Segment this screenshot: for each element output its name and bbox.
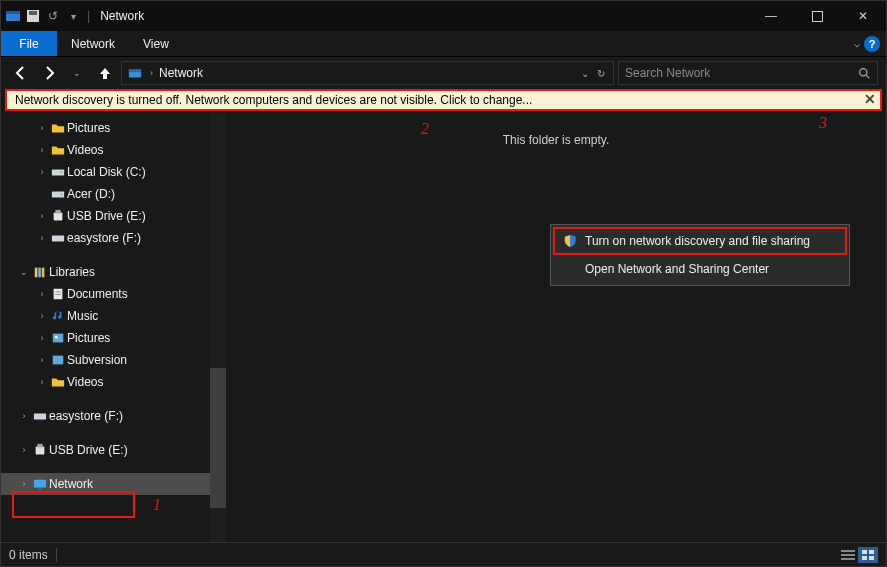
tree-label: easystore (F:) [67, 231, 141, 245]
qat-save-icon[interactable] [25, 8, 41, 24]
chevron-right-icon[interactable]: › [35, 355, 49, 365]
tree-item-lib-videos[interactable]: › Videos [1, 371, 226, 393]
search-placeholder: Search Network [625, 66, 858, 80]
view-details-icon[interactable] [838, 547, 858, 563]
ctx-item-open-network-center[interactable]: Open Network and Sharing Center [553, 255, 847, 283]
pictures-icon [49, 353, 67, 367]
chevron-right-icon[interactable]: › [35, 311, 49, 321]
tree-label: USB Drive (E:) [49, 443, 128, 457]
ctx-item-turn-on-discovery[interactable]: Turn on network discovery and file shari… [553, 227, 847, 255]
address-dropdown-icon[interactable]: ⌄ [581, 68, 589, 79]
window-icon [5, 8, 21, 24]
info-bar-close-icon[interactable]: ✕ [864, 91, 876, 107]
tree-scrollbar[interactable] [210, 113, 226, 542]
chevron-right-icon[interactable]: › [35, 123, 49, 133]
tab-view[interactable]: View [129, 31, 183, 56]
svg-rect-25 [34, 413, 46, 419]
tree-item-local-disk-c[interactable]: › Local Disk (C:) [1, 161, 226, 183]
close-button[interactable]: ✕ [840, 1, 886, 31]
tree-item-easystore-f[interactable]: › easystore (F:) [1, 227, 226, 249]
chevron-right-icon[interactable]: › [35, 233, 49, 243]
tree-label: Libraries [49, 265, 95, 279]
svg-point-10 [61, 172, 63, 174]
chevron-right-icon[interactable]: › [35, 145, 49, 155]
tree-item-acer-d[interactable]: Acer (D:) [1, 183, 226, 205]
disk-icon [49, 231, 67, 245]
svg-rect-34 [869, 550, 874, 554]
chevron-right-icon[interactable]: › [35, 289, 49, 299]
content-pane: This folder is empty. [226, 113, 886, 542]
svg-rect-14 [55, 210, 60, 214]
tree-item-subversion[interactable]: › Subversion [1, 349, 226, 371]
tree-item-usb[interactable]: › USB Drive (E:) [1, 439, 226, 461]
ribbon-expand-icon[interactable]: ⌵ [854, 38, 860, 49]
chevron-right-icon[interactable]: › [17, 411, 31, 421]
chevron-right-icon[interactable]: › [35, 377, 49, 387]
annotation-1: 1 [153, 496, 161, 514]
tree-label: Pictures [67, 331, 110, 345]
tree-item-libraries[interactable]: ⌄ Libraries [1, 261, 226, 283]
chevron-right-icon[interactable]: › [35, 211, 49, 221]
tree-item-lib-pictures[interactable]: › Pictures [1, 327, 226, 349]
up-button[interactable] [93, 61, 117, 85]
recent-dropdown-icon[interactable]: ⌄ [65, 61, 89, 85]
qat-dropdown-icon[interactable]: ▾ [65, 8, 81, 24]
address-bar[interactable]: › Network ⌄ ↻ [121, 61, 614, 85]
chevron-right-icon[interactable]: › [35, 167, 49, 177]
folder-icon [49, 121, 67, 135]
titlebar: ↺ ▾ | Network — ✕ [1, 1, 886, 31]
tree-item-usb-e[interactable]: › USB Drive (E:) [1, 205, 226, 227]
svg-rect-26 [36, 447, 45, 455]
forward-button[interactable] [37, 61, 61, 85]
tree-label: Videos [67, 143, 103, 157]
chevron-right-icon[interactable]: › [17, 445, 31, 455]
tree-item-videos[interactable]: › Videos [1, 139, 226, 161]
svg-point-12 [61, 194, 63, 196]
qat-undo-icon[interactable]: ↺ [45, 8, 61, 24]
info-bar[interactable]: Network discovery is turned off. Network… [5, 89, 882, 111]
empty-folder-text: This folder is empty. [226, 113, 886, 147]
svg-rect-35 [862, 556, 867, 560]
status-bar: 0 items [1, 542, 886, 566]
svg-rect-17 [38, 268, 41, 278]
annotation-box-1 [12, 491, 135, 518]
explorer-window: ↺ ▾ | Network — ✕ File Network View ⌵ ? … [0, 0, 887, 567]
tree-item-documents[interactable]: › Documents [1, 283, 226, 305]
disk-icon [31, 409, 49, 423]
svg-rect-13 [54, 213, 63, 221]
usb-icon [49, 209, 67, 223]
scrollbar-thumb[interactable] [210, 368, 226, 508]
annotation-2: 2 [421, 120, 429, 138]
svg-rect-21 [55, 294, 60, 295]
chevron-right-icon[interactable]: › [17, 479, 31, 489]
address-chevron-icon[interactable]: › [150, 68, 153, 78]
help-icon[interactable]: ? [864, 36, 880, 52]
pictures-icon [49, 331, 67, 345]
svg-line-8 [866, 75, 869, 78]
view-large-icons-icon[interactable] [858, 547, 878, 563]
tree-label: Documents [67, 287, 128, 301]
folder-icon [49, 143, 67, 157]
address-icon [126, 66, 144, 80]
search-icon[interactable] [858, 67, 871, 80]
svg-rect-27 [37, 444, 42, 448]
minimize-button[interactable]: — [748, 1, 794, 31]
file-tab[interactable]: File [1, 31, 57, 56]
nav-tree: › Pictures › Videos › Local Disk (C:) Ac… [1, 113, 226, 542]
tree-item-pictures[interactable]: › Pictures [1, 117, 226, 139]
svg-rect-33 [862, 550, 867, 554]
back-button[interactable] [9, 61, 33, 85]
tree-label: USB Drive (E:) [67, 209, 146, 223]
folder-icon [49, 375, 67, 389]
tab-network[interactable]: Network [57, 31, 129, 56]
chevron-down-icon[interactable]: ⌄ [17, 267, 31, 277]
search-input[interactable]: Search Network [618, 61, 878, 85]
tree-label: Acer (D:) [67, 187, 115, 201]
svg-rect-3 [29, 11, 37, 15]
chevron-right-icon[interactable]: › [35, 333, 49, 343]
tree-label: Subversion [67, 353, 127, 367]
tree-item-easystore[interactable]: › easystore (F:) [1, 405, 226, 427]
maximize-button[interactable] [794, 1, 840, 31]
refresh-icon[interactable]: ↻ [597, 68, 605, 79]
tree-item-music[interactable]: › Music [1, 305, 226, 327]
